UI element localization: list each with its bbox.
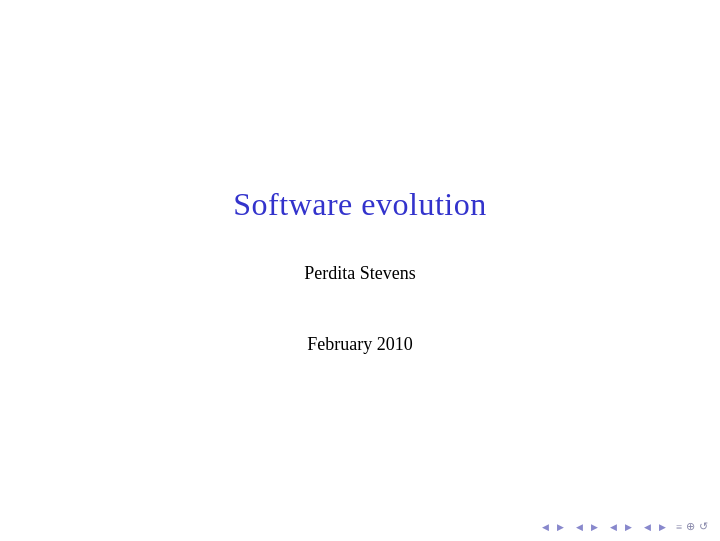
nav-next-3[interactable]: ▶	[623, 521, 634, 533]
nav-menu-icon[interactable]: ≡	[676, 521, 682, 533]
nav-prev-2[interactable]: ◀	[574, 521, 585, 533]
nav-next-1[interactable]: ▶	[555, 521, 566, 533]
title-section: Software evolution	[233, 186, 486, 223]
nav-next-4[interactable]: ▶	[657, 521, 668, 533]
slide-container: Software evolution Perdita Stevens Febru…	[0, 0, 720, 541]
slide-title: Software evolution	[233, 186, 486, 223]
author-name: Perdita Stevens	[304, 263, 415, 284]
nav-prev-3[interactable]: ◀	[608, 521, 619, 533]
nav-zoom-icon[interactable]: ⊕	[686, 520, 695, 533]
date-section: February 2010	[307, 334, 412, 355]
nav-prev-1[interactable]: ◀	[540, 521, 551, 533]
nav-prev-4[interactable]: ◀	[642, 521, 653, 533]
slide-date: February 2010	[307, 334, 412, 355]
bottom-navigation: ◀ ▶ ◀ ▶ ◀ ▶ ◀ ▶ ≡ ⊕ ↺	[0, 520, 720, 533]
nav-refresh-icon[interactable]: ↺	[699, 520, 708, 533]
nav-next-2[interactable]: ▶	[589, 521, 600, 533]
author-section: Perdita Stevens	[304, 263, 415, 284]
